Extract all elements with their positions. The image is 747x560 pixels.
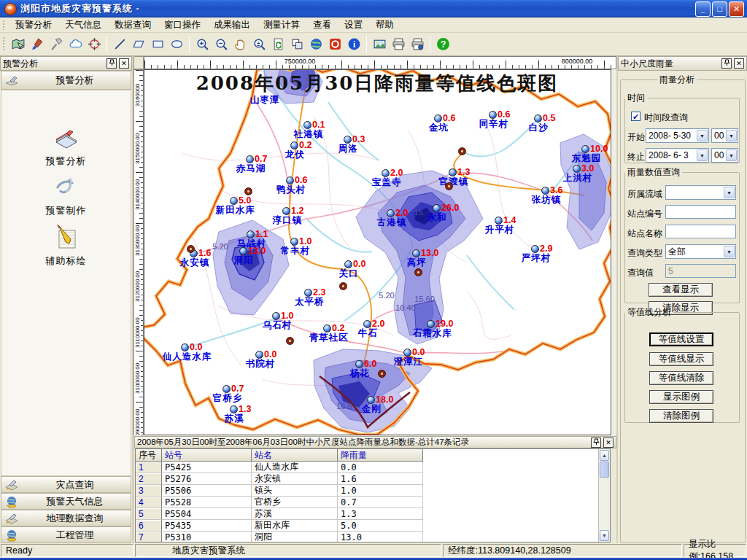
sidebar-item-gongcheng-guanli[interactable]: 工程管理 [1,526,131,543]
close-icon[interactable]: ✕ [603,438,614,448]
map-select-icon[interactable] [9,36,27,53]
status-scale: 显示比例:166.158 [684,544,746,557]
sidebar-item-yujing-tianqi-xinxi[interactable]: 预警天气信息 [1,493,131,510]
station-id-input[interactable] [665,205,736,219]
menu-tianqi-xinxi[interactable]: 天气信息 [58,18,108,33]
column-header[interactable]: 站号 [162,449,252,461]
menu-shuju-chaxun[interactable]: 数据查询 [108,18,158,33]
query-type-combo[interactable]: 全部▼ [665,244,736,259]
draw-ellipse-icon[interactable] [168,36,185,53]
table-row[interactable]: 2P5276永安镇1.6 [136,473,423,485]
pin-icon[interactable] [107,58,117,69]
contour-settings-button[interactable]: 等值线设置 [649,332,713,346]
help-icon[interactable]: ? [434,36,452,53]
show-legend-button[interactable]: 显示图例 [649,390,713,404]
column-header[interactable]: 站名 [252,449,338,461]
chevron-down-icon[interactable]: ▼ [724,246,735,257]
chevron-down-icon[interactable]: ▼ [724,187,735,198]
column-header[interactable]: 降雨量 [338,449,423,461]
chevron-down-icon[interactable]: ▼ [697,130,708,141]
contour-show-button[interactable]: 等值线显示 [649,352,713,366]
sidebar-item-zaidian-chaxun[interactable]: 灾点查询 [1,476,131,493]
scroll-up-icon[interactable]: ▲ [600,450,609,461]
close-button[interactable]: ✕ [729,1,744,17]
scroll-down-icon[interactable]: ▼ [600,530,609,541]
basin-label: 所属流域 [627,188,662,201]
table-row[interactable]: 3P5506镇头1.0 [136,485,423,497]
sidebar-item-yujing-zhizuo[interactable]: 预警制作 [1,173,131,217]
data-table[interactable]: 序号 站号 站名 降雨量 1P5425仙人造水库0.02P5276永安镇1.63… [135,448,611,542]
sidebar-item-fuzhu-biaohui[interactable]: 辅助标绘 [1,223,131,268]
pan-hand-icon[interactable] [231,36,249,53]
pin-icon[interactable] [591,438,601,448]
rainfall-analysis-label: 雨量分析 [657,74,697,86]
close-icon[interactable]: ✕ [119,58,129,69]
table-scrollbar[interactable]: ▲ ▼ [598,449,610,542]
station-name-input[interactable] [665,225,736,238]
print-icon[interactable] [390,36,407,53]
menu-chengguo-shuchu[interactable]: 成果输出 [207,18,257,33]
close-icon[interactable]: ✕ [734,58,744,69]
globe-small-icon [4,529,19,542]
contour-clear-button[interactable]: 等值线清除 [649,371,713,385]
view-display-button[interactable]: 查看显示 [649,283,713,297]
svg-text:?: ? [440,39,446,50]
end-hour-combo[interactable]: 00▼ [711,148,738,163]
clear-legend-button[interactable]: 清除图例 [649,409,713,423]
table-row[interactable]: 1P5425仙人造水库0.0 [136,462,423,473]
info-icon[interactable]: i [345,36,363,53]
map-viewport[interactable]: 750000.00 800000.00 3160000 3150000.00 3… [133,56,616,435]
copy-layers-icon[interactable] [288,36,306,53]
zoom-out-icon[interactable] [212,36,230,53]
scroll-thumb[interactable] [600,462,609,478]
table-row[interactable]: 4P5528官桥乡0.7 [136,497,423,508]
chevron-down-icon[interactable]: ▼ [697,149,708,161]
table-header-row: 序号 站号 站名 降雨量 [136,449,423,462]
table-cell: 1.6 [338,473,423,485]
sidebar-item-yujing-fenxi[interactable]: 预警分析 [1,123,131,168]
draw-polygon-icon[interactable] [130,36,147,53]
sidebar-item-dili-shuju-chaxun[interactable]: 地理数据查询 [1,510,131,526]
tool-bar: ± i ? [0,33,747,56]
menu-chuangkou-caozuo[interactable]: 窗口操作 [158,18,207,33]
basin-combo[interactable]: ▼ [665,185,736,200]
menu-celiang-jisuan[interactable]: 测量计算 [257,18,306,33]
toolbar-separator [430,36,430,52]
table-row[interactable]: 5P5504苏溪1.3 [136,508,423,520]
print-setup-icon[interactable] [409,36,426,53]
time-range-checkbox[interactable]: ✔ [631,112,640,121]
zoom-extent-icon[interactable]: ± [250,36,268,53]
chevron-down-icon[interactable]: ▼ [726,130,737,141]
menu-chakan[interactable]: 查看 [306,18,338,33]
end-date-combo[interactable]: 2008- 6- 3▼ [646,148,709,163]
hammer-icon[interactable] [47,36,65,53]
maximize-button[interactable]: □ [712,1,727,17]
pin-icon[interactable] [721,58,732,69]
left-sidebar: 预警分析 ✕ 预警分析 预警分析 预警制作 辅助标绘 灾点查询 [0,56,133,543]
sidebar-group-label: 预警分析 [19,74,131,87]
globe-icon[interactable] [307,36,325,53]
center-target-icon[interactable] [85,36,103,53]
start-date-combo[interactable]: 2008- 5-30▼ [646,128,709,143]
minimize-button[interactable]: _ [695,1,711,17]
status-ready: Ready [1,544,133,557]
table-row[interactable]: 6P5435新田水库5.0 [136,520,423,532]
draw-rectangle-icon[interactable] [149,36,166,53]
table-cell: 0.0 [338,462,423,473]
legend-image-icon[interactable] [371,36,388,53]
brush-icon[interactable] [28,36,46,53]
cloud-icon[interactable] [66,36,84,53]
chevron-down-icon[interactable]: ▼ [726,149,737,161]
refresh-page-icon[interactable] [269,36,287,53]
zoom-in-icon[interactable] [193,36,211,53]
menu-yujing-fenxi[interactable]: 预警分析 [9,18,58,33]
sidebar-group-header[interactable]: 预警分析 [1,71,131,90]
table-row[interactable]: 7P5310洞阳13.0 [136,532,423,542]
column-header[interactable]: 序号 [136,449,162,461]
stop-icon[interactable] [326,36,344,53]
draw-line-icon[interactable] [111,36,128,53]
toolbar-separator [107,36,107,52]
start-hour-combo[interactable]: 00▼ [711,128,738,143]
menu-shezhi[interactable]: 设置 [338,18,369,33]
menu-bangzhu[interactable]: 帮助 [369,18,400,33]
